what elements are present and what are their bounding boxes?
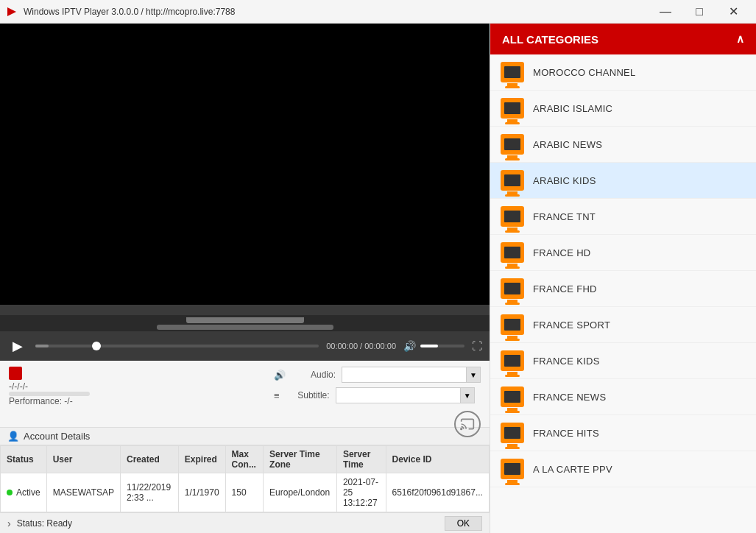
sidebar-item[interactable]: MOROCCO CHANNEL <box>490 54 756 91</box>
app-icon <box>6 6 18 18</box>
volume-icon[interactable]: 🔊 <box>403 340 416 352</box>
cell-status: Active <box>1 473 47 512</box>
title-bar-controls: — □ ✕ <box>649 0 750 24</box>
volume-area: 🔊 <box>403 340 464 352</box>
channel-name: FRANCE FHD <box>533 283 597 294</box>
cell-timezone: Europe/London <box>264 473 337 512</box>
sidebar-item[interactable]: FRANCE TNT <box>490 199 756 235</box>
sidebar: ALL CATEGORIES ∧ MOROCCO CHANNELARABIC I… <box>490 24 756 533</box>
minimize-button[interactable]: — <box>649 0 682 24</box>
channel-name: ARABIC NEWS <box>533 139 602 150</box>
status-bar: › Status: Ready OK <box>0 512 490 533</box>
cast-area <box>274 411 481 437</box>
cell-user: MASEWATSAP <box>46 473 120 512</box>
tv-channel-icon <box>501 278 524 299</box>
maximize-button[interactable]: □ <box>682 0 716 24</box>
col-status: Status <box>1 446 47 473</box>
sidebar-item[interactable]: FRANCE SPORT <box>490 307 756 343</box>
channel-name: FRANCE TNT <box>533 211 596 222</box>
channel-name: FRANCE HITS <box>533 428 599 439</box>
sidebar-item[interactable]: FRANCE HITS <box>490 415 756 451</box>
audio-select-arrow[interactable]: ▼ <box>466 367 481 383</box>
progress-bar[interactable] <box>35 345 319 347</box>
cell-deviceid: 6516f20f0961d91867... <box>386 473 490 512</box>
video-screen[interactable] <box>0 24 490 305</box>
time-display: 00:00:00 / 00:00:00 <box>326 342 396 350</box>
channel-name: FRANCE HD <box>533 247 591 258</box>
cell-expired: 1/1/1970 <box>178 473 225 512</box>
sidebar-item[interactable]: FRANCE FHD <box>490 271 756 307</box>
tv-channel-icon <box>501 242 524 263</box>
person-icon: 👤 <box>7 431 19 442</box>
account-title: Account Details <box>24 431 90 442</box>
tv-rim-bottom <box>0 305 490 315</box>
col-timezone: Server Time Zone <box>264 446 337 473</box>
sidebar-title: ALL CATEGORIES <box>502 33 598 46</box>
sidebar-item[interactable]: ARABIC KIDS <box>490 163 756 199</box>
top-area: ▶ 00:00:00 / 00:00:00 🔊 ⛶ -/ <box>0 24 756 533</box>
audio-icon: 🔊 <box>274 370 286 381</box>
account-section: 👤 Account Details Status User Created Ex… <box>0 427 490 512</box>
subtitle-row: ≡ Subtitle: ▼ <box>274 387 481 403</box>
sidebar-item[interactable]: FRANCE KIDS <box>490 343 756 379</box>
cell-servertime: 2021-07-25 13:12:27 <box>336 473 386 512</box>
sidebar-item[interactable]: A LA CARTE PPV <box>490 451 756 487</box>
channel-name: FRANCE SPORT <box>533 320 610 331</box>
tv-channel-icon <box>501 423 524 443</box>
col-servertime: Server Time <box>336 446 386 473</box>
close-button[interactable]: ✕ <box>716 0 750 24</box>
tv-channel-icon <box>501 206 524 227</box>
cell-maxcon: 150 <box>225 473 264 512</box>
account-table: Status User Created Expired Max Con... S… <box>0 445 490 512</box>
fullscreen-button[interactable]: ⛶ <box>472 340 482 352</box>
player-bottom-section: -/-/-/- Performance: -/- 🔊 Audio: ▼ <box>0 361 490 427</box>
tv-channel-icon <box>501 350 524 371</box>
sidebar-item[interactable]: FRANCE NEWS <box>490 379 756 415</box>
account-row: Active MASEWATSAP 11/22/2019 2:33 ... 1/… <box>1 473 490 512</box>
sidebar-item[interactable]: ARABIC NEWS <box>490 127 756 163</box>
sidebar-item[interactable]: ARABIC ISLAMIC <box>490 91 756 127</box>
audio-label: Audio: <box>292 370 336 380</box>
tv-channel-icon <box>501 170 524 191</box>
cell-created: 11/22/2019 2:33 ... <box>121 473 179 512</box>
audio-select-wrapper: ▼ <box>342 367 481 383</box>
volume-bar[interactable] <box>420 345 464 347</box>
col-deviceid: Device ID <box>386 446 490 473</box>
player-controls-right: 🔊 Audio: ▼ ≡ Subtitle: ▼ <box>274 367 481 437</box>
play-button[interactable]: ▶ <box>7 336 28 356</box>
player-status-left: -/-/-/- Performance: -/- <box>9 367 90 406</box>
status-ready: Status: Ready <box>17 518 72 529</box>
tv-channel-icon <box>501 134 524 155</box>
audio-select[interactable] <box>342 367 467 383</box>
status-dot <box>7 490 13 495</box>
tv-channel-icon <box>501 314 524 335</box>
channel-name: FRANCE NEWS <box>533 392 606 403</box>
tv-channel-icon <box>501 459 524 479</box>
tv-stand-area <box>0 315 490 331</box>
channel-name: ARABIC KIDS <box>533 175 596 186</box>
subtitle-label: Subtitle: <box>286 390 330 400</box>
channel-name: MOROCCO CHANNEL <box>533 67 636 78</box>
cast-button[interactable] <box>454 411 481 437</box>
status-arrow[interactable]: › <box>7 518 11 529</box>
tv-channel-icon <box>501 98 524 119</box>
channel-list: MOROCCO CHANNELARABIC ISLAMICARABIC NEWS… <box>490 54 756 533</box>
subtitle-icon: ≡ <box>274 390 280 401</box>
main-container: ▶ 00:00:00 / 00:00:00 🔊 ⛶ -/ <box>0 24 756 533</box>
collapse-icon[interactable]: ∧ <box>736 32 744 46</box>
subtitle-select[interactable] <box>336 387 461 403</box>
col-expired: Expired <box>178 446 225 473</box>
sidebar-item[interactable]: FRANCE HD <box>490 235 756 271</box>
subtitle-select-arrow[interactable]: ▼ <box>460 387 475 403</box>
performance-label: Performance: -/- <box>9 396 90 406</box>
col-maxcon: Max Con... <box>225 446 264 473</box>
progress-thumb[interactable] <box>92 342 101 350</box>
status-text: Active <box>16 487 40 498</box>
title-bar: Windows IPTV Player 3.0.0.0 / http://mco… <box>0 0 756 24</box>
tv-channel-icon <box>501 386 524 407</box>
channel-name: FRANCE KIDS <box>533 356 600 367</box>
status-ok-button[interactable]: OK <box>445 516 482 531</box>
timestamp: -/-/-/- <box>9 381 90 392</box>
tv-channel-icon <box>501 62 524 82</box>
col-user: User <box>46 446 120 473</box>
